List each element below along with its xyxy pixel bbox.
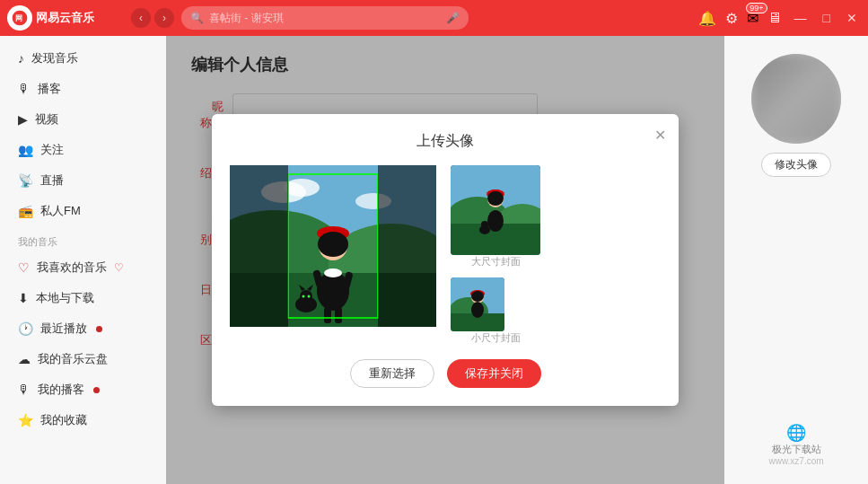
sidebar-item-label: 发现音乐 (31, 50, 78, 66)
video-icon: ▶ (18, 112, 28, 127)
heart-icon: ♡ (18, 260, 30, 275)
sidebar-item-label: 最近播放 (40, 321, 87, 337)
svg-point-43 (471, 291, 484, 302)
download-icon: ⬇ (18, 291, 29, 305)
sidebar-item-liked[interactable]: ♡ 我喜欢的音乐 ♡ (0, 252, 166, 283)
svg-rect-27 (378, 165, 436, 327)
svg-point-13 (318, 232, 348, 257)
sidebar-item-label: 我的音乐云盘 (38, 351, 108, 367)
watermark-logo: 🌐 (768, 423, 823, 443)
live-icon: 📡 (18, 173, 33, 188)
watermark-url: www.xz7.com (768, 456, 823, 466)
dialog-body: 大尺寸封面 (230, 165, 661, 345)
recent-dot (96, 326, 102, 332)
my-podcast-icon: 🎙 (18, 383, 31, 397)
svg-point-35 (487, 210, 504, 232)
crop-area (230, 165, 436, 327)
search-bar: 🔍 🎤 (181, 6, 469, 30)
collection-icon: ⭐ (18, 413, 33, 427)
logo-area: 网 网易云音乐 (7, 5, 124, 31)
upload-avatar-dialog: 上传头像 ✕ (212, 114, 679, 406)
sidebar-item-label: 我的收藏 (40, 412, 87, 428)
avatar-image (751, 54, 841, 144)
dialog-actions: 重新选择 保存并关闭 (230, 359, 661, 388)
sidebar-item-video[interactable]: ▶ 视频 (0, 104, 166, 135)
logo-text: 网易云音乐 (36, 10, 94, 26)
follow-icon: 👥 (18, 143, 33, 157)
recent-icon: 🕐 (18, 321, 33, 336)
svg-point-34 (487, 191, 504, 206)
discover-icon: ♪ (18, 51, 24, 66)
anime-image (230, 165, 436, 327)
sidebar-item-fm[interactable]: 📻 私人FM (0, 196, 166, 226)
sidebar-item-label: 我的播客 (38, 382, 84, 398)
sidebar-item-discover[interactable]: ♪ 发现音乐 (0, 43, 166, 74)
logo-icon: 网 (7, 5, 32, 31)
podcast-dot (93, 387, 100, 393)
my-music-section: 我的音乐 (0, 226, 166, 252)
large-preview-image (451, 165, 540, 255)
sidebar-item-local[interactable]: ⬇ 本地与下载 (0, 283, 166, 313)
svg-rect-26 (230, 165, 288, 327)
sidebar-item-label: 本地与下载 (36, 290, 94, 306)
sidebar-item-podcast[interactable]: 🎙 播客 (0, 74, 166, 104)
dialog-overlay: 上传头像 ✕ (166, 36, 724, 484)
sidebar-item-label: 关注 (40, 142, 64, 158)
svg-text:网: 网 (15, 13, 22, 22)
sidebar-item-cloud[interactable]: ☁ 我的音乐云盘 (0, 344, 166, 374)
dialog-close-button[interactable]: ✕ (654, 127, 666, 144)
large-preview-label: 大尺寸封面 (451, 255, 540, 268)
change-avatar-button[interactable]: 修改头像 (761, 153, 831, 177)
dialog-title: 上传头像 (230, 132, 661, 151)
large-preview-container: 大尺寸封面 (451, 165, 540, 268)
sidebar-item-label: 我喜欢的音乐 (37, 260, 107, 276)
save-button[interactable]: 保存并关闭 (447, 359, 541, 388)
gear-icon[interactable]: ⚙ (725, 10, 738, 27)
large-preview (451, 165, 540, 255)
svg-point-24 (308, 295, 311, 298)
svg-point-23 (302, 295, 305, 298)
small-preview-container: 小尺寸封面 (451, 277, 540, 345)
maximize-button[interactable]: □ (820, 11, 834, 25)
svg-rect-17 (324, 307, 331, 323)
reselect-button[interactable]: 重新选择 (350, 359, 434, 388)
svg-point-44 (471, 302, 484, 318)
preview-area: 大尺寸封面 (451, 165, 540, 345)
right-panel: 修改头像 🌐 极光下载站 www.xz7.com (724, 36, 868, 484)
podcast-icon: 🎙 (18, 82, 31, 96)
forward-button[interactable]: › (154, 8, 174, 28)
sidebar-item-label: 播客 (38, 81, 61, 97)
svg-point-37 (481, 221, 488, 228)
sidebar-item-follow[interactable]: 👥 关注 (0, 135, 166, 165)
minimize-button[interactable]: — (791, 11, 811, 25)
main-area: ♪ 发现音乐 🎙 播客 ▶ 视频 👥 关注 📡 直播 📻 私人FM 我的音乐 ♡… (0, 36, 868, 484)
small-preview-image (451, 277, 504, 331)
topbar: 网 网易云音乐 ‹ › 🔍 🎤 🔔 ⚙ ✉ 99+ 🖥 — □ ✕ (0, 0, 868, 36)
sidebar-item-recent[interactable]: 🕐 最近播放 (0, 313, 166, 344)
cloud-icon: ☁ (18, 352, 31, 366)
content-area: 编辑个人信息 昵称： 介绍： 性别： 男 女 生日： (166, 36, 724, 484)
search-input[interactable] (209, 12, 441, 24)
bell-icon[interactable]: 🔔 (698, 10, 716, 27)
monitor-icon[interactable]: 🖥 (767, 10, 782, 26)
mail-badge[interactable]: ✉ 99+ (747, 10, 758, 27)
sidebar: ♪ 发现音乐 🎙 播客 ▶ 视频 👥 关注 📡 直播 📻 私人FM 我的音乐 ♡… (0, 36, 166, 484)
mail-count: 99+ (746, 3, 767, 13)
svg-point-20 (300, 290, 312, 303)
sidebar-item-my-podcast[interactable]: 🎙 我的播客 (0, 374, 166, 405)
watermark-site: 极光下载站 (768, 443, 823, 456)
fm-icon: 📻 (18, 204, 33, 218)
sidebar-item-label: 私人FM (40, 203, 81, 219)
sidebar-item-live[interactable]: 📡 直播 (0, 165, 166, 196)
watermark: 🌐 极光下载站 www.xz7.com (768, 423, 823, 466)
sidebar-item-label: 直播 (40, 172, 64, 189)
avatar-preview (751, 54, 841, 144)
search-icon: 🔍 (190, 12, 204, 24)
svg-point-14 (324, 268, 342, 277)
sidebar-item-collection[interactable]: ⭐ 我的收藏 (0, 405, 166, 436)
back-button[interactable]: ‹ (131, 8, 151, 28)
svg-rect-18 (335, 307, 342, 323)
close-button[interactable]: ✕ (843, 11, 861, 25)
small-preview-label: 小尺寸封面 (451, 331, 540, 345)
sidebar-item-label: 视频 (35, 111, 58, 128)
